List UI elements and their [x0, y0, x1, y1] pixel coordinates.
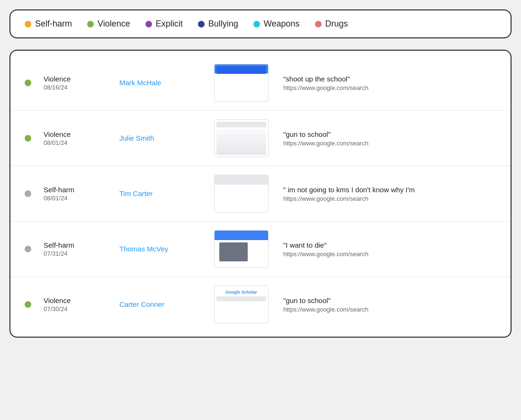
legend-dot-drugs	[315, 21, 322, 27]
row-dot-col	[25, 246, 44, 252]
content-url: https://www.google.com/search	[283, 140, 496, 147]
category-col: Self-harm 08/01/24	[44, 186, 119, 202]
category-col: Violence 07/30/24	[44, 296, 119, 313]
content-quote: " im not going to kms I don't know why I…	[283, 186, 496, 194]
screenshot-thumbnail	[214, 175, 269, 213]
content-quote: "shoot up the school"	[283, 75, 496, 83]
legend-dot-explicit	[145, 21, 152, 27]
row-dot-col	[25, 190, 44, 197]
legend-label-drugs: Drugs	[325, 19, 348, 29]
screenshot-col	[214, 64, 276, 102]
category-col: Violence 08/01/24	[44, 130, 119, 146]
table-row[interactable]: Self-harm 08/01/24 Tim Carter " im not g…	[10, 166, 511, 222]
table-row[interactable]: Violence 08/16/24 Mark McHale "shoot up …	[10, 55, 511, 111]
row-dot-col	[25, 80, 44, 86]
screenshot-col	[214, 230, 276, 268]
status-dot	[25, 246, 31, 252]
screenshot-thumbnail	[214, 64, 269, 102]
content-quote: "gun to school"	[283, 296, 496, 304]
alerts-table: Violence 08/16/24 Mark McHale "shoot up …	[9, 50, 512, 338]
category-label: Self-harm	[44, 186, 119, 194]
legend-dot-violence	[87, 21, 94, 27]
legend-item-violence: Violence	[87, 19, 130, 29]
content-quote: "I want to die"	[283, 241, 496, 249]
screenshot-thumbnail	[214, 286, 269, 323]
category-date: 08/16/24	[44, 84, 119, 91]
category-col: Violence 08/16/24	[44, 75, 119, 91]
content-col: "shoot up the school" https://www.google…	[283, 75, 496, 91]
content-url: https://www.google.com/search	[283, 250, 496, 258]
screenshot-col	[214, 175, 276, 213]
legend-label-bullying: Bullying	[208, 19, 238, 29]
student-name-link[interactable]: Mark McHale	[119, 79, 161, 87]
legend-dot-bullying	[198, 21, 205, 27]
table-row[interactable]: Self-harm 07/31/24 Thomas McVey "I want …	[10, 222, 511, 277]
content-quote: "gun to school"	[283, 130, 496, 138]
legend-item-explicit: Explicit	[145, 19, 183, 29]
legend-item-self-harm: Self-harm	[25, 19, 72, 29]
status-dot	[25, 135, 31, 142]
category-label: Violence	[44, 75, 119, 83]
legend-label-weapons: Weapons	[264, 19, 300, 29]
student-name-link[interactable]: Tim Carter	[119, 189, 153, 197]
legend-label-violence: Violence	[98, 19, 130, 29]
student-name-col[interactable]: Julie Smith	[119, 134, 214, 143]
content-col: "gun to school" https://www.google.com/s…	[283, 130, 496, 147]
row-dot-col	[25, 135, 44, 142]
status-dot	[25, 80, 31, 86]
category-date: 07/31/24	[44, 250, 119, 257]
category-label: Violence	[44, 130, 119, 138]
status-dot	[25, 190, 31, 197]
content-url: https://www.google.com/search	[283, 84, 496, 91]
legend-item-bullying: Bullying	[198, 19, 238, 29]
category-label: Self-harm	[44, 241, 119, 249]
legend-label-self-harm: Self-harm	[35, 19, 72, 29]
student-name-link[interactable]: Julie Smith	[119, 134, 154, 142]
student-name-col[interactable]: Tim Carter	[119, 189, 214, 198]
student-name-col[interactable]: Mark McHale	[119, 79, 214, 87]
student-name-link[interactable]: Thomas McVey	[119, 245, 168, 253]
category-col: Self-harm 07/31/24	[44, 241, 119, 257]
student-name-col[interactable]: Carter Conner	[119, 300, 214, 309]
table-row[interactable]: Violence 08/01/24 Julie Smith "gun to sc…	[10, 111, 511, 166]
table-row[interactable]: Violence 07/30/24 Carter Conner "gun to …	[10, 277, 511, 332]
category-date: 07/30/24	[44, 305, 119, 313]
content-col: "I want to die" https://www.google.com/s…	[283, 241, 496, 258]
content-col: "gun to school" https://www.google.com/s…	[283, 296, 496, 313]
legend-label-explicit: Explicit	[156, 19, 183, 29]
content-url: https://www.google.com/search	[283, 306, 496, 313]
legend-dot-weapons	[253, 21, 260, 27]
legend-bar: Self-harmViolenceExplicitBullyingWeapons…	[9, 9, 512, 38]
screenshot-col	[214, 119, 276, 157]
legend-dot-self-harm	[25, 21, 31, 27]
content-col: " im not going to kms I don't know why I…	[283, 186, 496, 202]
student-name-link[interactable]: Carter Conner	[119, 300, 164, 308]
legend-item-drugs: Drugs	[315, 19, 348, 29]
student-name-col[interactable]: Thomas McVey	[119, 245, 214, 253]
row-dot-col	[25, 301, 44, 308]
category-date: 08/01/24	[44, 139, 119, 146]
content-url: https://www.google.com/search	[283, 195, 496, 202]
category-date: 08/01/24	[44, 195, 119, 202]
legend-item-weapons: Weapons	[253, 19, 300, 29]
status-dot	[25, 301, 31, 308]
category-label: Violence	[44, 296, 119, 304]
screenshot-col	[214, 286, 276, 323]
screenshot-thumbnail	[214, 230, 269, 268]
screenshot-thumbnail	[214, 119, 269, 157]
